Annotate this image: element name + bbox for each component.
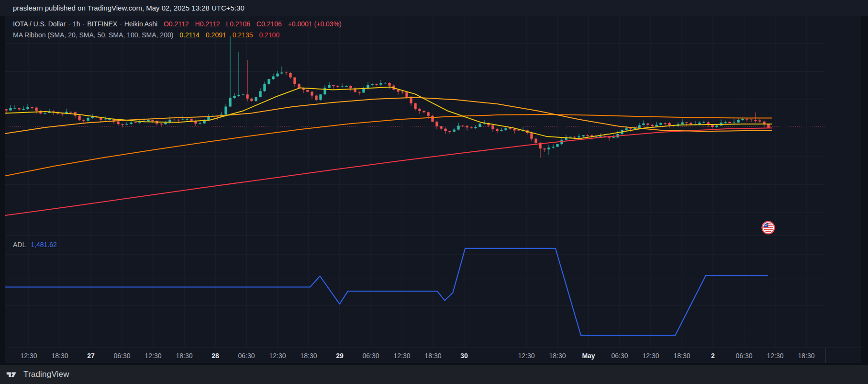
time-axis-label: 18:30 <box>176 352 192 360</box>
symbol-title[interactable]: IOTA / U.S. Dollar <box>13 20 66 28</box>
time-axis-day-label: 29 <box>336 352 344 360</box>
time-axis[interactable]: 12:3018:302706:3012:3018:302806:3012:301… <box>5 348 861 363</box>
ohlc-high: H0.2112 <box>191 20 220 28</box>
ohlc-close: C0.2106 <box>252 20 282 28</box>
time-axis-label: 06:30 <box>113 352 130 360</box>
time-axis-day-label: 28 <box>211 352 219 360</box>
main-price-pane[interactable]: IOTA / U.S. Dollar·1h·BITFINEX·Heikin As… <box>5 16 825 236</box>
chart-widget: IOTA / U.S. Dollar·1h·BITFINEX·Heikin As… <box>5 16 861 363</box>
time-axis-day-label: 27 <box>87 352 95 360</box>
time-axis-label: 18:30 <box>673 352 690 360</box>
gridlines <box>5 236 825 348</box>
time-axis-label: 12:30 <box>145 352 161 360</box>
adl-label[interactable]: ADL <box>13 241 26 248</box>
legend-separator: · <box>80 20 87 28</box>
time-axis-label: 12:30 <box>269 352 286 360</box>
price-chart-canvas[interactable] <box>5 16 825 236</box>
ma-line <box>5 87 772 139</box>
time-axis-label: 12:30 <box>518 352 534 360</box>
ma-line <box>5 128 772 215</box>
time-axis-label: 06:30 <box>611 352 628 360</box>
time-axis-label: 18:30 <box>300 352 317 360</box>
exchange-label: BITFINEX <box>87 20 117 28</box>
time-axis-label: 12:30 <box>642 352 659 360</box>
axis-corner <box>825 348 861 363</box>
interval-label[interactable]: 1h <box>73 20 80 28</box>
time-axis-label: 12:30 <box>767 352 783 360</box>
ohlc-change: +0.0001 (+0.03%) <box>284 20 342 28</box>
time-axis-label: 12:30 <box>20 352 37 360</box>
time-axis-day-label: May <box>582 352 595 360</box>
symbol-legend-row[interactable]: IOTA / U.S. Dollar·1h·BITFINEX·Heikin As… <box>13 19 342 30</box>
tradingview-logo-text[interactable]: TradingView <box>23 370 69 379</box>
time-axis-label: 12:30 <box>393 352 410 360</box>
chart-style-label: Heikin Ashi <box>124 20 157 28</box>
ohlc-low: L0.2106 <box>222 20 250 28</box>
attribution-bar: praslearn published on TradingView.com, … <box>0 0 868 16</box>
ma200-value: 0.2100 <box>255 31 279 39</box>
time-axis-day-label: 30 <box>460 352 468 360</box>
time-axis-label: 18:30 <box>798 352 814 360</box>
ma-ribbon-label[interactable]: MA Ribbon (SMA, 20, SMA, 50, SMA, 100, S… <box>13 31 173 39</box>
time-axis-label: 18:30 <box>549 352 566 360</box>
adl-line <box>5 248 768 336</box>
us-flag-icon[interactable] <box>761 221 775 235</box>
time-axis-label: 06:30 <box>362 352 379 360</box>
time-axis-label: 18:30 <box>51 352 68 360</box>
candles-layer <box>5 36 769 158</box>
gridlines <box>5 16 825 236</box>
chart-row: IOTA / U.S. Dollar·1h·BITFINEX·Heikin As… <box>0 16 868 363</box>
ma-line <box>5 114 772 176</box>
adl-indicator-pane[interactable]: ADL1,481.62 1,490.001,480.001,470.001,46… <box>5 236 825 348</box>
ma100-value: 0.2135 <box>228 31 253 39</box>
tradingview-snapshot-page: praslearn published on TradingView.com, … <box>0 0 868 384</box>
adl-legend[interactable]: ADL1,481.62 <box>13 241 57 248</box>
tradingview-logo-icon[interactable] <box>6 371 19 378</box>
attribution-text: praslearn published on TradingView.com, … <box>13 4 245 12</box>
legend-separator: · <box>117 20 124 28</box>
time-axis-label: 06:30 <box>735 352 752 360</box>
adl-chart-canvas[interactable] <box>5 236 825 348</box>
legend-separator: · <box>66 20 73 28</box>
ma50-value: 0.2091 <box>201 31 226 39</box>
time-axis-label: 06:30 <box>238 352 255 360</box>
time-axis-day-label: 2 <box>711 352 715 360</box>
ma-ribbon-legend-row[interactable]: MA Ribbon (SMA, 20, SMA, 50, SMA, 100, S… <box>13 30 342 41</box>
adl-value: 1,481.62 <box>26 241 57 248</box>
ma20-value: 0.2114 <box>175 31 200 39</box>
ohlc-open: O0.2112 <box>159 20 189 28</box>
ma-ribbon-lines <box>5 87 772 215</box>
footer-bar: TradingView <box>0 365 868 384</box>
chart-legend[interactable]: IOTA / U.S. Dollar·1h·BITFINEX·Heikin As… <box>13 19 342 41</box>
time-axis-label: 18:30 <box>424 352 441 360</box>
